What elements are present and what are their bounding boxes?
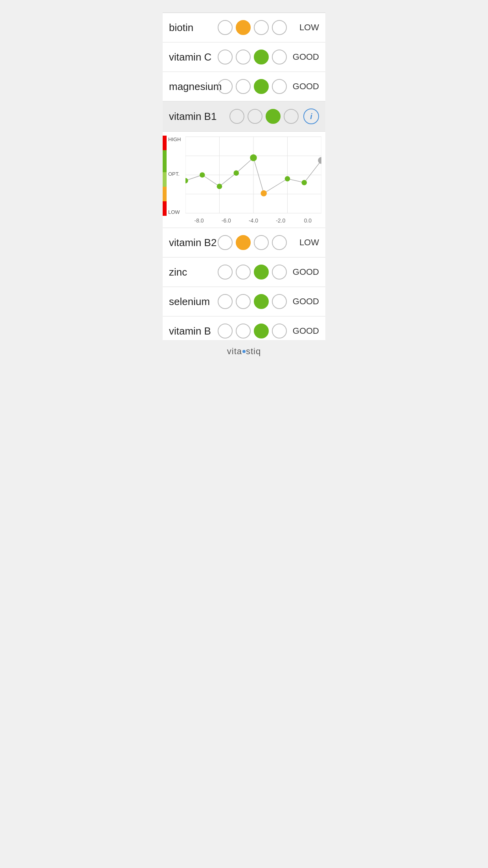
nutrient-row[interactable]: vitamin CGOOD (163, 42, 325, 72)
nutrient-dot (254, 265, 269, 280)
nutrient-dot (254, 324, 269, 338)
y-bar-mid-green (163, 172, 167, 187)
chart-point-orange (261, 190, 267, 197)
nutrient-dot (218, 265, 233, 280)
nutrient-status: GOOD (292, 267, 319, 277)
chart-point (301, 180, 307, 186)
brand-logo: vitastiq (163, 346, 325, 357)
nutrient-dot (272, 235, 287, 250)
chart-point (217, 184, 222, 189)
nutrient-name: zinc (169, 266, 218, 278)
logo-text-right: stiq (246, 346, 261, 356)
info-icon[interactable]: i (303, 108, 319, 124)
nutrient-dot (218, 79, 233, 94)
nutrient-dot (272, 324, 287, 338)
x-label: -4.0 (240, 217, 267, 224)
nutrient-dot (229, 109, 244, 124)
nutrient-dot (254, 50, 269, 64)
nutrient-dots (218, 79, 287, 94)
nutrient-dots (218, 50, 287, 64)
nutrient-dot (254, 20, 269, 35)
nutrient-dots (218, 235, 287, 250)
nutrient-row[interactable]: zincGOOD (163, 257, 325, 287)
app-footer: vitastiq (163, 340, 325, 362)
nutrient-row[interactable]: magnesiumGOOD (163, 72, 325, 101)
nutrient-dots (218, 20, 287, 35)
chart-point-highlight (250, 154, 257, 161)
logo-text-left: vita (227, 346, 242, 356)
nutrient-dot (272, 294, 287, 309)
nutrient-status: GOOD (292, 52, 319, 62)
chart-point (185, 178, 188, 184)
line-chart (185, 136, 321, 214)
nutrient-name: biotin (169, 22, 218, 34)
nutrient-status: GOOD (292, 296, 319, 307)
chart-point-current (318, 157, 321, 164)
nutrient-row[interactable]: biotinLOW (163, 13, 325, 42)
nutrient-dot (266, 109, 281, 124)
nutrient-dot (218, 324, 233, 338)
nutrient-dots (229, 109, 299, 124)
chart-svg-area (185, 136, 321, 216)
chart-point (233, 170, 239, 176)
nutrient-name: vitamin B (169, 325, 218, 337)
nutrient-name: vitamin C (169, 51, 218, 63)
nutrient-dot (218, 294, 233, 309)
nutrient-dot (272, 50, 287, 64)
nutrient-dots (218, 294, 287, 309)
x-label: 0.0 (294, 217, 321, 224)
chart-point (200, 172, 205, 178)
nutrient-dot (218, 235, 233, 250)
chart-y-bars (163, 136, 167, 216)
nutrient-dot (236, 294, 251, 309)
nutrient-dot (236, 324, 251, 338)
y-bar-optimal-green (163, 150, 167, 172)
nutrient-name: magnesium (169, 81, 218, 93)
y-bar-low-orange (163, 187, 167, 201)
nutrient-status: LOW (292, 22, 319, 33)
nutrient-name: vitamin B2 (169, 237, 218, 249)
nutrient-name: vitamin B1 (169, 110, 229, 123)
y-label-opt: OPT. (168, 171, 180, 177)
top-nutrients-list: biotinLOWvitamin CGOODmagnesiumGOODvitam… (163, 13, 325, 132)
nutrient-dot (272, 265, 287, 280)
nutrient-dot (236, 50, 251, 64)
chart-x-axis: -8.0 -6.0 -4.0 -2.0 0.0 (163, 216, 321, 224)
nutrient-status: LOW (292, 237, 319, 248)
nutrient-dot (254, 79, 269, 94)
bottom-nutrients-list: vitamin B2LOWzincGOODseleniumGOODvitamin… (163, 228, 325, 340)
app-header (163, 0, 325, 13)
nutrient-dot (272, 79, 287, 94)
nutrient-dot (218, 20, 233, 35)
x-label: -2.0 (267, 217, 294, 224)
nutrient-dot (254, 294, 269, 309)
nutrient-dots (218, 265, 287, 280)
partially-visible-row: vitamin BGOOD (163, 316, 325, 340)
nutrient-name: selenium (169, 296, 218, 308)
y-label-low: LOW (168, 209, 180, 215)
nutrient-dot (284, 109, 299, 124)
nutrient-row[interactable]: seleniumGOOD (163, 287, 325, 316)
nutrient-dot (236, 20, 251, 35)
y-label-high: HIGH (168, 136, 181, 142)
nutrient-dot (272, 20, 287, 35)
vitamin-b1-chart: HIGH OPT. LOW (163, 132, 325, 228)
nutrient-row[interactable]: vitamin B2LOW (163, 228, 325, 257)
nutrient-dots (218, 324, 287, 338)
nutrient-row[interactable]: vitamin B1i (163, 101, 325, 132)
x-label: -8.0 (185, 217, 213, 224)
nutrient-dot (236, 235, 251, 250)
nutrient-dot (236, 265, 251, 280)
logo-dot (242, 350, 246, 353)
y-bar-high-red (163, 136, 167, 150)
chart-y-axis: HIGH OPT. LOW (163, 136, 185, 216)
nutrient-dot (248, 109, 262, 124)
y-bar-low-red (163, 201, 167, 216)
nutrient-row[interactable]: vitamin BGOOD (163, 316, 325, 340)
nutrient-dot (236, 79, 251, 94)
nutrient-status: GOOD (292, 326, 319, 336)
nutrient-status: GOOD (292, 81, 319, 92)
nutrient-dot (218, 50, 233, 64)
nutrient-dot (254, 235, 269, 250)
x-label: -6.0 (213, 217, 240, 224)
